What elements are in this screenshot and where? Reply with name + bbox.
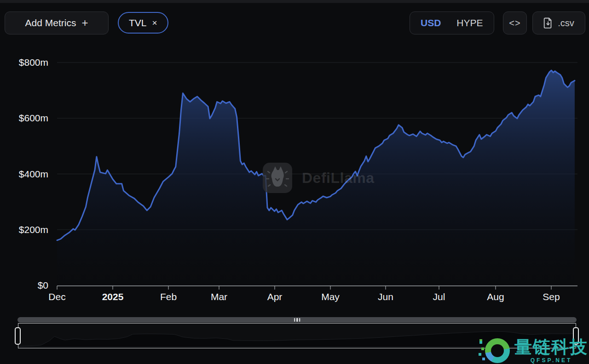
y-axis-label: $200m (5, 224, 48, 235)
brush-handle-left[interactable] (15, 327, 21, 345)
y-axis-label: $600m (5, 113, 48, 124)
x-axis-label: Mar (198, 291, 240, 302)
x-axis-label: Apr (254, 291, 295, 302)
chart-area: $800m$600m$400m$200m$0 Dec2025FebMarAprM… (0, 0, 589, 364)
range-selector-brush[interactable] (18, 323, 576, 348)
chart-horizontal-scrollbar[interactable] (17, 317, 577, 323)
defillama-tvl-chart-page: Add Metrics + TVL × USD HYPE <> .csv (0, 0, 589, 364)
x-axis-label: Jun (365, 291, 406, 302)
x-axis-label: Dec (36, 291, 78, 302)
y-axis-label: $400m (5, 169, 48, 180)
overview-mini-chart (18, 324, 575, 347)
x-axis-label: 2025 (92, 291, 133, 302)
x-axis-label: Jul (418, 291, 460, 302)
tvl-area-chart[interactable] (0, 0, 589, 364)
y-axis-label: $0 (5, 280, 48, 291)
y-axis-label: $800m (5, 57, 48, 68)
x-axis-label: Feb (148, 291, 189, 302)
x-axis-label: Aug (475, 291, 516, 302)
x-axis-label: Sep (531, 291, 572, 302)
scrollbar-grip-icon[interactable] (294, 318, 300, 322)
x-axis-label: May (310, 291, 351, 302)
brush-handle-right[interactable] (573, 327, 579, 345)
